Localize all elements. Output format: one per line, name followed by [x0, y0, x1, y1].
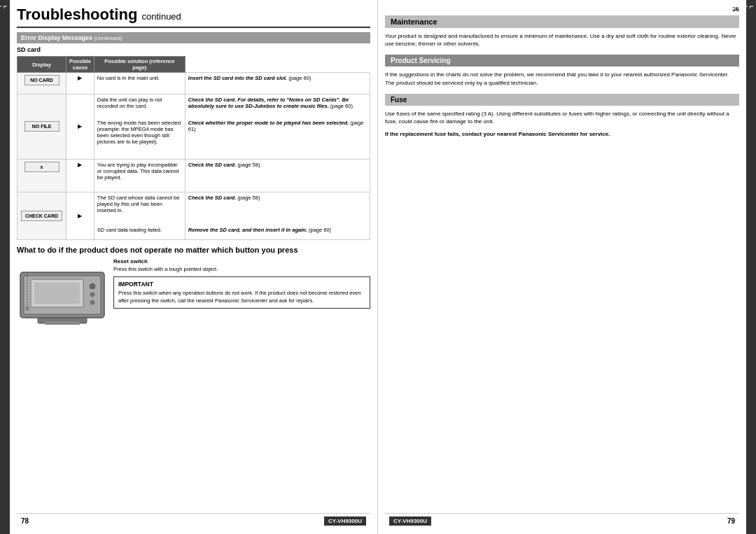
- display-box-check-card: CHECK CARD: [21, 211, 62, 221]
- cause-no-file-2: The wrong mode has been selected (exampl…: [94, 118, 185, 159]
- left-tab-text: ENGLISH: [0, 6, 25, 10]
- right-side-tab: ENGLISH: [746, 0, 756, 534]
- section-header: Error Display Messages (continued): [17, 32, 370, 43]
- arrow-no-file: ▶: [66, 94, 94, 159]
- right-page: 36 Maintenance Your product is designed …: [378, 0, 756, 534]
- section-continued: (continued): [94, 35, 122, 41]
- cause-no-file-1: Data the unit can play is not recorded o…: [94, 94, 185, 118]
- fuse-bold-text: If the replacement fuse fails, contact y…: [385, 131, 739, 137]
- reset-info: Reset switch Press this switch with a to…: [113, 258, 370, 309]
- table-row: NO CARD ▶ No card is in the main unit. I…: [18, 73, 370, 94]
- right-page-footer: CY-VH9300U 79: [385, 513, 739, 528]
- cause-check-card-2: SD card data loading failed.: [94, 225, 185, 240]
- device-image: [17, 258, 108, 330]
- fuse-header: Fuse: [385, 94, 739, 106]
- svg-point-5: [90, 293, 94, 297]
- svg-rect-10: [45, 321, 80, 325]
- error-table: Display Possible cause Possible solution…: [17, 56, 370, 240]
- important-text: Press this switch when any operation but…: [118, 290, 365, 304]
- sd-card-label: SD card: [17, 46, 370, 53]
- left-page: ENGLISH Troubleshooting continued Error …: [0, 0, 378, 534]
- left-side-tab: ENGLISH: [0, 0, 10, 534]
- cause-check-card-1: The SD card whose data cannot be played …: [94, 192, 185, 225]
- display-cell-check-card: CHECK CARD: [18, 192, 66, 239]
- left-page-footer: 78 CY-VH9300U: [17, 513, 370, 528]
- maintenance-header: Maintenance: [385, 15, 739, 28]
- solution-no-file-1: Check the SD card. For details, refer to…: [185, 94, 370, 118]
- right-tab-text: ENGLISH: [731, 6, 756, 10]
- right-model-number: CY-VH9300U: [389, 517, 431, 526]
- display-cell-no-card: NO CARD: [18, 73, 66, 94]
- solution-no-card: Insert the SD card into the SD card slot…: [185, 73, 370, 94]
- important-title: IMPORTANT: [118, 281, 365, 288]
- page-title: Troubleshooting continued: [17, 6, 370, 28]
- display-box-no-file: NO FILE: [24, 121, 59, 132]
- display-box-no-card: NO CARD: [24, 75, 59, 85]
- col-header-cause: Possible cause: [66, 57, 94, 73]
- reset-switch-label: Reset switch: [113, 258, 370, 265]
- svg-point-4: [90, 283, 95, 289]
- what-to-do-title: What to do if the product does not opera…: [17, 246, 370, 254]
- col-header-display: Display: [18, 57, 66, 73]
- cause-no-card: No card is in the main unit.: [94, 73, 185, 94]
- arrow-x: ▶: [66, 159, 94, 192]
- table-row: x ▶ You are trying to play incompatible …: [18, 159, 370, 192]
- right-page-content: 36 Maintenance Your product is designed …: [378, 0, 746, 534]
- continued-label: continued: [141, 11, 181, 22]
- left-model-number: CY-VH9300U: [324, 517, 366, 526]
- svg-point-6: [90, 300, 94, 304]
- display-cell-no-file: NO FILE: [18, 94, 66, 159]
- product-servicing-header: Product Servicing: [385, 55, 739, 66]
- cause-x: You are trying to play incompatible or c…: [94, 159, 185, 192]
- table-row: CHECK CARD ▶ The SD card whose data cann…: [18, 192, 370, 225]
- reset-switch-desc: Press this switch with a tough pointed o…: [113, 266, 370, 272]
- arrow-check-card: ▶: [66, 192, 94, 239]
- fuse-text: Use fuses of the same specified rating (…: [385, 110, 739, 125]
- right-page-number: 79: [727, 517, 735, 525]
- left-page-content: Troubleshooting continued Error Display …: [10, 0, 377, 534]
- col-header-solution: Possible solution (reference page): [94, 57, 185, 73]
- product-servicing-text: If the suggestions in the charts do not …: [385, 71, 739, 86]
- what-to-do-section: What to do if the product does not opera…: [17, 246, 370, 330]
- title-text: Troubleshooting: [17, 6, 137, 23]
- solution-check-card-1: Check the SD card. (page 58): [185, 192, 370, 225]
- left-page-number: 78: [21, 517, 29, 525]
- important-box: IMPORTANT Press this switch when any ope…: [113, 276, 370, 309]
- display-box-x: x: [24, 162, 59, 172]
- display-cell-x: x: [18, 159, 66, 192]
- table-row: NO FILE ▶ Data the unit can play is not …: [18, 94, 370, 118]
- solution-x: Check the SD card. (page 58): [185, 159, 370, 192]
- svg-rect-3: [34, 283, 80, 304]
- section-header-text: Error Display Messages: [21, 34, 92, 41]
- maintenance-text: Your product is designed and manufacture…: [385, 32, 739, 48]
- solution-no-file-2: Check whether the proper mode to be play…: [185, 118, 370, 159]
- arrow-no-card: ▶: [66, 73, 94, 94]
- reset-section: Reset switch Press this switch with a to…: [17, 258, 370, 330]
- solution-check-card-2: Remove the SD card, and then insert it i…: [185, 225, 370, 240]
